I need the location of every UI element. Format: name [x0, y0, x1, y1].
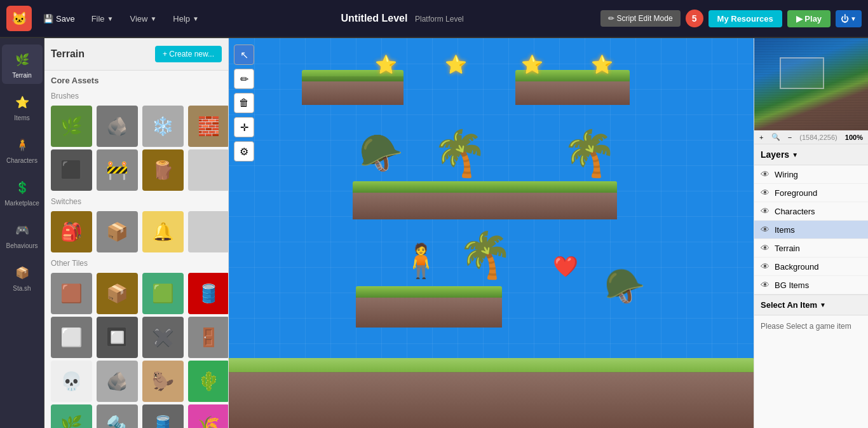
list-item[interactable]: ✖️ [142, 317, 184, 358]
layer-characters-label: Characters [775, 207, 815, 216]
save-button[interactable]: 💾 Save [38, 11, 80, 26]
items-icon: ⭐ [12, 92, 32, 113]
star-1: ⭐ [375, 54, 397, 75]
right-panel: + 🔍 − (1584,2256) 100% Layers ▼ 👁 Wiring… [754, 38, 868, 428]
erase-tool-button[interactable]: 🗑 [234, 93, 254, 113]
header-title-area: Untitled Level Platform Level [210, 13, 594, 24]
move-tool-button[interactable]: ✛ [234, 117, 254, 137]
list-item[interactable]: 🟫 [51, 273, 92, 314]
eye-icon-wiring[interactable]: 👁 [761, 169, 770, 179]
brushes-label: Brushes [44, 88, 228, 103]
play-button[interactable]: ▶ Play [787, 10, 831, 27]
sidebar-item-terrain[interactable]: 🌿 Terrain [2, 45, 43, 84]
character-player: 🧍 [400, 242, 442, 280]
sidebar-item-characters[interactable]: 🧍 Characters [2, 130, 43, 169]
layer-item-terrain[interactable]: 👁 Terrain [754, 239, 868, 258]
list-item[interactable]: 🔔 [142, 211, 184, 252]
create-new-button[interactable]: + Create new... [155, 46, 222, 62]
minimap-plus-button[interactable]: + [759, 134, 763, 141]
list-item[interactable]: 🟩 [142, 273, 184, 314]
list-item[interactable]: 🌿 [51, 404, 92, 428]
my-resources-button[interactable]: My Resources [709, 10, 782, 27]
list-item[interactable]: 🔲 [97, 317, 138, 358]
star-2: ⭐ [445, 54, 467, 75]
platform-mid-left [353, 181, 492, 219]
list-item[interactable]: ⬜ [51, 317, 92, 358]
minimap-coords: (1584,2256) [799, 134, 837, 141]
list-item[interactable]: 🪵 [142, 149, 184, 191]
layer-item-items[interactable]: 👁 Items [754, 221, 868, 239]
layers-section-header: Layers ▼ [754, 144, 868, 165]
help-menu-button[interactable]: Help ▼ [168, 11, 204, 26]
list-item[interactable]: 🎒 [51, 211, 92, 252]
list-item[interactable]: 🧱 [188, 106, 229, 147]
layers-dropdown-arrow[interactable]: ▼ [792, 151, 798, 158]
select-item-label: Select An Item [761, 300, 817, 310]
tree-2: 🌴 [562, 127, 617, 179]
canvas-area[interactable]: ↖ ✏ 🗑 ✛ ⚙ ⭐ ⭐ ⭐ ⭐ [229, 38, 754, 428]
list-item[interactable]: 🦫 [142, 361, 184, 402]
eye-icon-background[interactable]: 👁 [761, 261, 770, 272]
eye-icon-characters[interactable]: 👁 [761, 206, 770, 216]
list-item[interactable]: 🌵 [188, 361, 229, 402]
sidebar-item-items[interactable]: ⭐ Items [2, 87, 43, 127]
view-menu-button[interactable]: View ▼ [125, 11, 162, 26]
list-item[interactable]: 🚧 [97, 149, 138, 191]
canvas-toolbar: ↖ ✏ 🗑 ✛ ⚙ [234, 45, 254, 162]
layer-item-background[interactable]: 👁 Background [754, 258, 868, 276]
settings-tool-button[interactable]: ⚙ [234, 141, 254, 162]
core-assets-label: Core Assets [44, 71, 228, 88]
list-item[interactable]: ⬛ [51, 149, 92, 191]
list-item[interactable]: 🌾 [188, 404, 229, 428]
sidebar-item-stash[interactable]: 📦 Sta.sh [2, 258, 43, 297]
layer-item-bgitems[interactable]: 👁 BG Items [754, 276, 868, 294]
list-item[interactable]: ❄️ [142, 106, 184, 147]
select-item-header: Select An Item ▼ [754, 294, 868, 315]
select-item-dropdown-arrow[interactable]: ▼ [820, 301, 826, 308]
list-item[interactable]: 🚪 [188, 317, 229, 358]
list-item[interactable]: 🛢️ [188, 273, 229, 314]
search-icon: 🔍 [771, 133, 780, 141]
list-item[interactable]: 📦 [97, 273, 138, 314]
list-item[interactable]: 🪨 [97, 361, 138, 402]
list-item[interactable]: 🌿 [51, 106, 92, 147]
minimap-footer: + 🔍 − (1584,2256) 100% [754, 130, 868, 144]
minimap-minus-button[interactable]: − [788, 134, 792, 141]
layer-item-wiring[interactable]: 👁 Wiring [754, 165, 868, 184]
eye-icon-foreground[interactable]: 👁 [761, 188, 770, 198]
layer-item-foreground[interactable]: 👁 Foreground [754, 184, 868, 202]
switches-label: Switches [44, 193, 228, 209]
layers-label: Layers [761, 149, 789, 160]
list-item[interactable]: 📦 [97, 211, 138, 252]
game-canvas: ⭐ ⭐ ⭐ ⭐ 🪖 🌴 � [229, 38, 754, 428]
layer-background-label: Background [775, 262, 818, 272]
sidebar-item-marketplace[interactable]: 💲 Marketplace [2, 172, 43, 212]
sidebar-item-stash-label: Sta.sh [13, 285, 31, 292]
minimap-zoom: 100% [845, 134, 863, 141]
layer-items-label: Items [775, 225, 795, 235]
eye-icon-terrain[interactable]: 👁 [761, 243, 770, 253]
minimap-viewport [780, 57, 824, 89]
list-item[interactable]: 🔩 [97, 404, 138, 428]
script-edit-button[interactable]: ✏ Script Edit Mode [600, 10, 680, 27]
character-soldier-2: 🪖 [604, 267, 646, 306]
file-menu-button[interactable]: File ▼ [86, 11, 119, 26]
sidebar-item-marketplace-label: Marketplace [4, 200, 39, 207]
list-item[interactable]: 💀 [51, 361, 92, 402]
draw-tool-button[interactable]: ✏ [234, 69, 254, 89]
sidebar-item-behaviours[interactable]: 🎮 Behaviours [2, 215, 43, 254]
list-item[interactable] [188, 211, 229, 252]
eye-icon-items[interactable]: 👁 [761, 224, 770, 235]
platform-top-left [302, 70, 403, 105]
logo-icon: 🐱 [6, 6, 32, 31]
select-tool-button[interactable]: ↖ [234, 45, 254, 65]
layer-item-characters[interactable]: 👁 Characters [754, 202, 868, 221]
list-item[interactable]: 🛢️ [142, 404, 184, 428]
list-item[interactable]: 🪨 [97, 106, 138, 147]
eye-icon-bgitems[interactable]: 👁 [761, 280, 770, 290]
layers-list: 👁 Wiring 👁 Foreground 👁 Characters 👁 Ite… [754, 165, 868, 294]
list-item[interactable] [188, 149, 229, 191]
header: 🐱 💾 Save File ▼ View ▼ Help ▼ Untitled L… [0, 0, 868, 38]
power-button[interactable]: ⏻ ▼ [836, 10, 862, 27]
other-tiles-grid: 🟫 📦 🟩 🛢️ ⬜ 🔲 ✖️ 🚪 💀 🪨 🦫 🌵 🌿 🔩 🛢️ 🌾 🪨 🔱 🌽… [44, 270, 228, 428]
